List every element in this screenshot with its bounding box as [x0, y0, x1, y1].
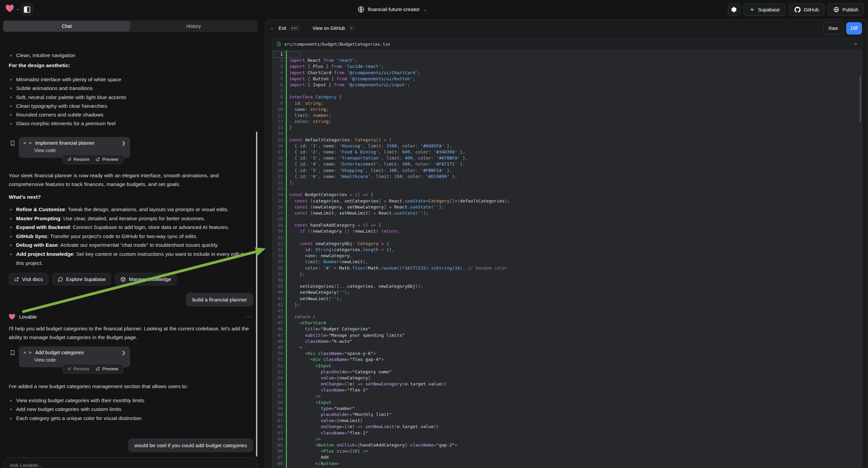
- chat-scrollbar[interactable]: [256, 131, 257, 457]
- code-line[interactable]: 38: [273, 277, 862, 283]
- supabase-button[interactable]: Supabase: [744, 3, 785, 16]
- chevron-down-icon[interactable]: ⌄: [16, 6, 20, 11]
- view-code-link[interactable]: View code: [34, 357, 125, 362]
- code-line[interactable]: 6import { Input } from '@/components/ui/…: [273, 82, 862, 88]
- code-line[interactable]: 31: [273, 235, 862, 241]
- exit-button[interactable]: ‹ Exit ESC: [271, 26, 300, 31]
- project-switcher[interactable]: financial-future-creator ⌄: [355, 4, 430, 15]
- visit-docs-button[interactable]: Visit docs: [9, 273, 48, 285]
- collapse-file-button[interactable]: [853, 41, 858, 46]
- restore-button[interactable]: ↺Restore: [67, 157, 90, 162]
- code-line[interactable]: 15⌄const defaultCategories: Category[] =…: [273, 137, 862, 143]
- code-line[interactable]: 3import { Plus } from 'lucide-react';: [273, 63, 862, 69]
- code-line[interactable]: 7: [273, 88, 862, 94]
- manage-knowledge-button[interactable]: Manage knowledge: [115, 273, 177, 285]
- code-line[interactable]: 27 const [newLimit, setNewLimit] = React…: [273, 210, 862, 216]
- code-line[interactable]: 8⌄interface Category {: [273, 94, 862, 100]
- code-line[interactable]: 64 />: [273, 436, 862, 442]
- restore-button[interactable]: ↺Restore: [67, 366, 90, 372]
- code-line[interactable]: 54 value={newCategory}: [273, 375, 862, 381]
- code-line[interactable]: 44 return (: [273, 314, 862, 320]
- tab-history[interactable]: History: [130, 21, 257, 32]
- code-line[interactable]: 19 { id: '4', name: 'Entertainment', lim…: [273, 161, 862, 167]
- code-line[interactable]: 55 onChange={(e) => setNewCategory(e.tar…: [273, 381, 862, 387]
- code-scrollbar[interactable]: [860, 75, 861, 122]
- code-line[interactable]: 41 setNewLimit('');: [273, 296, 862, 302]
- code-line[interactable]: 62 onChange={(e) => setNewLimit(e.target…: [273, 424, 862, 430]
- code-line[interactable]: 29⌄ const handleAddCategory = () => {: [273, 222, 862, 228]
- diff-toggle-button[interactable]: Diff: [846, 22, 862, 35]
- code-line[interactable]: 48 className="h-auto": [273, 339, 862, 345]
- settings-button[interactable]: [728, 3, 740, 16]
- code-line[interactable]: 14: [273, 130, 862, 137]
- code-line[interactable]: 42 };: [273, 302, 862, 308]
- code-line[interactable]: 53 placeholder="Category name": [273, 369, 862, 375]
- chat-composer[interactable]: Attach Edit Default ⌄ ↑: [4, 457, 257, 468]
- code-line[interactable]: 33 id: String(categories.length + 1),: [273, 247, 862, 253]
- view-code-link[interactable]: View code: [34, 148, 125, 153]
- code-line[interactable]: 21 { id: '6', name: 'Healthcare', limit:…: [273, 174, 862, 180]
- lovable-logo-icon[interactable]: [5, 4, 14, 12]
- code-editor[interactable]: 12import React from 'react';3import { Pl…: [273, 50, 862, 468]
- code-line[interactable]: 43: [273, 308, 862, 314]
- code-line[interactable]: 1: [273, 51, 862, 57]
- code-line[interactable]: 20 { id: '5', name: 'Shopping', limit: 2…: [273, 168, 862, 174]
- explore-supabase-button[interactable]: Explore Supabase: [52, 273, 112, 285]
- code-line[interactable]: 26 const [newCategory, setNewCategory] =…: [273, 204, 862, 210]
- code-line[interactable]: 35 limit: Number(newLimit),: [273, 259, 862, 265]
- code-line[interactable]: 56 className="flex-1": [273, 387, 862, 393]
- code-line[interactable]: 36 color: '#' + Math.floor(Math.random()…: [273, 265, 862, 271]
- code-line[interactable]: 28: [273, 216, 862, 222]
- code-line[interactable]: 34 name: newCategory,: [273, 253, 862, 259]
- bookmark-icon[interactable]: [9, 140, 16, 147]
- code-line[interactable]: 13}: [273, 124, 862, 130]
- code-line[interactable]: 45 <ChartCard: [273, 320, 862, 326]
- code-line[interactable]: 65 <Button onClick={handleAddCategory} c…: [273, 442, 862, 448]
- github-button[interactable]: GitHub: [789, 3, 825, 16]
- code-line[interactable]: 5import { Button } from '@/components/ui…: [273, 76, 862, 82]
- code-line[interactable]: 4import ChartCard from '@/components/ui/…: [273, 70, 862, 76]
- code-line[interactable]: 23: [273, 186, 862, 192]
- code-line[interactable]: 50 <div className="space-y-6">: [273, 351, 862, 356]
- code-line[interactable]: 63 className="flex-1": [273, 430, 862, 436]
- code-line[interactable]: 37 };: [273, 271, 862, 277]
- code-line[interactable]: 11 limit: number;: [273, 113, 862, 118]
- tab-chat[interactable]: Chat: [3, 21, 130, 32]
- code-line[interactable]: 39 setCategories([...categories, newCate…: [273, 283, 862, 289]
- code-line[interactable]: 58 <Input: [273, 400, 862, 406]
- code-line[interactable]: 25 const [categories, setCategories] = R…: [273, 198, 862, 204]
- code-line[interactable]: 67 Add: [273, 454, 862, 460]
- file-header[interactable]: src/components/budget/BudgetCategories.t…: [273, 38, 862, 50]
- code-line[interactable]: 49 >: [273, 345, 862, 351]
- code-line[interactable]: 59 type="number": [273, 406, 862, 412]
- code-line[interactable]: 57 />: [273, 393, 862, 400]
- code-line[interactable]: 17 { id: '2', name: 'Food & Dining', lim…: [273, 149, 862, 155]
- chat-input[interactable]: [10, 462, 251, 468]
- code-line[interactable]: 9 id: string;: [273, 100, 862, 107]
- code-line[interactable]: 40 setNewCategory('');: [273, 289, 862, 295]
- code-line[interactable]: 16 { id: '1', name: 'Housing', limit: 15…: [273, 143, 862, 149]
- code-line[interactable]: 12 color: string;: [273, 118, 862, 124]
- code-line[interactable]: 47 subtitle="Manage your spending limits…: [273, 332, 862, 339]
- preview-button[interactable]: Preview: [96, 366, 118, 371]
- code-line[interactable]: 46 title="Budget Categories": [273, 326, 862, 332]
- code-line[interactable]: 68 </Button>: [273, 461, 862, 467]
- view-on-github-button[interactable]: View on GitHub G: [312, 26, 355, 31]
- sidebar-toggle-button[interactable]: [21, 3, 33, 16]
- code-line[interactable]: 51 <div className="flex gap-4">: [273, 356, 862, 362]
- code-line[interactable]: 32⌄ const newCategoryObj: Category = {: [273, 241, 862, 247]
- code-line[interactable]: 22];: [273, 180, 862, 186]
- code-line[interactable]: 30 if (!newCategory || !newLimit) return…: [273, 228, 862, 234]
- more-options-icon[interactable]: ···: [245, 314, 252, 320]
- preview-button[interactable]: Preview: [96, 157, 118, 162]
- raw-toggle-button[interactable]: Raw: [823, 22, 843, 35]
- publish-button[interactable]: Publish: [828, 3, 864, 16]
- code-line[interactable]: 52 <Input: [273, 363, 862, 369]
- code-line[interactable]: 24⌄const BudgetCategories = () => {: [273, 192, 862, 198]
- code-line[interactable]: 60 placeholder="Monthly limit": [273, 412, 862, 418]
- code-line[interactable]: 61 value={newLimit}: [273, 418, 862, 424]
- code-line[interactable]: 66 <Plus size={16} />: [273, 448, 862, 454]
- bookmark-icon[interactable]: [9, 349, 16, 356]
- code-line[interactable]: 10 name: string;: [273, 107, 862, 113]
- code-line[interactable]: 18 { id: '3', name: 'Transportation', li…: [273, 155, 862, 161]
